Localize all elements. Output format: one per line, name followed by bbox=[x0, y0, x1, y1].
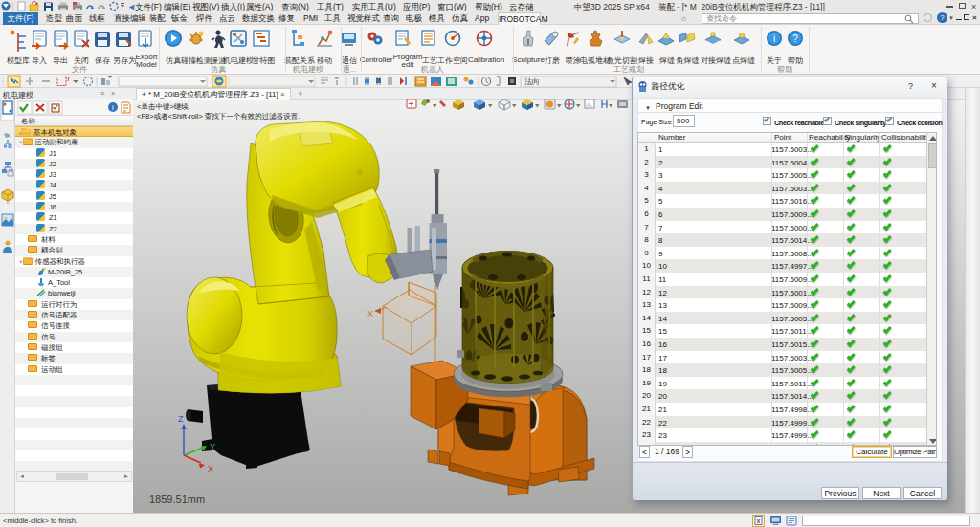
svg-text:法向: 法向 bbox=[524, 77, 540, 86]
svg-text:X: X bbox=[368, 309, 373, 318]
svg-text:Z: Z bbox=[178, 414, 184, 424]
svg-text:X: X bbox=[208, 464, 213, 473]
svg-text:i: i bbox=[112, 103, 114, 112]
svg-text:Y: Y bbox=[210, 442, 215, 451]
svg-text:i: i bbox=[773, 33, 775, 44]
svg-text:?: ? bbox=[792, 33, 798, 44]
